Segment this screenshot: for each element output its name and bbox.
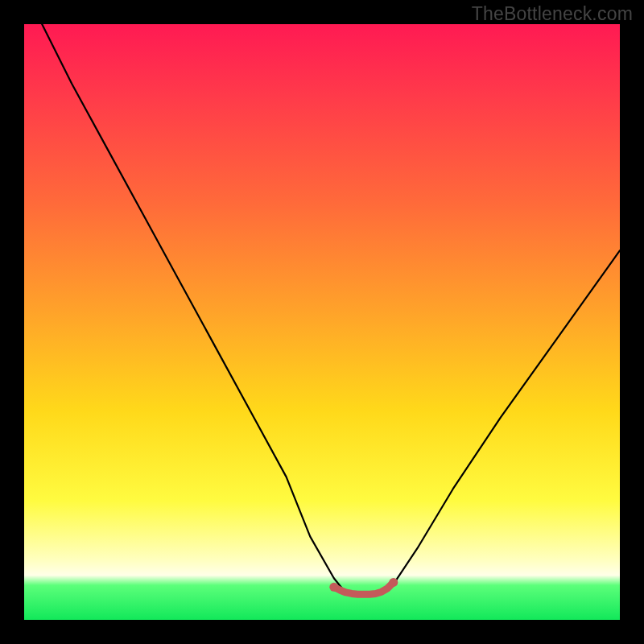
flat-zone-path <box>334 582 394 594</box>
chart-frame: TheBottleneck.com <box>0 0 644 644</box>
watermark-text: TheBottleneck.com <box>472 3 633 25</box>
bottleneck-curve-path <box>42 24 620 596</box>
flat-zone-dot-left <box>329 583 338 592</box>
plot-area <box>24 24 620 620</box>
chart-svg <box>24 24 620 620</box>
flat-zone-dot-right <box>389 578 398 587</box>
